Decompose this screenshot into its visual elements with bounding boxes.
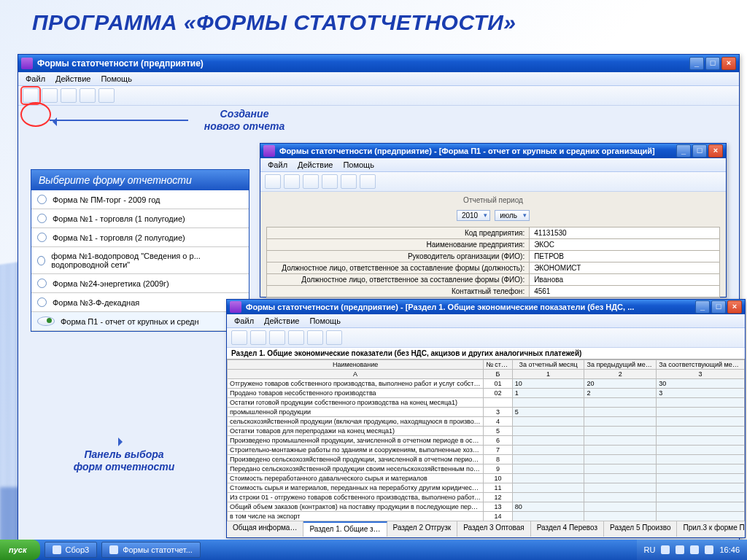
tab[interactable]: Раздел 5 Произво bbox=[604, 521, 677, 537]
cell-value[interactable] bbox=[657, 446, 745, 455]
cell-value[interactable] bbox=[584, 417, 657, 427]
tab[interactable]: Раздел 2 Отгрузк bbox=[387, 521, 458, 537]
menu-file[interactable]: Файл bbox=[234, 316, 254, 325]
new-report-button[interactable] bbox=[23, 88, 39, 103]
form-option[interactable]: Форма №3-Ф-декадная bbox=[31, 293, 249, 312]
tray-icon[interactable] bbox=[705, 545, 713, 554]
cell-value[interactable]: 80 bbox=[512, 502, 584, 512]
cell-value[interactable] bbox=[512, 474, 584, 483]
cell-value[interactable]: 10 bbox=[512, 379, 584, 389]
clock[interactable]: 16:46 bbox=[719, 545, 740, 554]
toolbar-button[interactable] bbox=[284, 174, 300, 189]
close-button[interactable]: × bbox=[708, 144, 723, 158]
cell-value[interactable] bbox=[657, 436, 745, 446]
maximize-button[interactable]: □ bbox=[711, 300, 726, 314]
month-select[interactable]: июль bbox=[495, 210, 530, 221]
cell-value[interactable] bbox=[512, 427, 584, 436]
cell-value[interactable] bbox=[657, 474, 745, 483]
menu-action[interactable]: Действие bbox=[298, 160, 333, 169]
field-value[interactable]: ЭКОС bbox=[530, 239, 720, 251]
section1-titlebar[interactable]: Формы статотчетности (предприятие) - [Ра… bbox=[227, 300, 745, 314]
cell-value[interactable] bbox=[512, 464, 584, 474]
form-option[interactable]: Форма П1 - отчет от крупных и средн bbox=[31, 312, 249, 331]
cell-value[interactable] bbox=[512, 417, 584, 427]
tab[interactable]: Раздел 1. Общие з… bbox=[303, 521, 387, 537]
toolbar-button[interactable] bbox=[360, 174, 376, 189]
form-option[interactable]: Форма №1 - торговля (2 полугодие) bbox=[31, 228, 249, 247]
form-option[interactable]: Форма №1 - торговля (1 полугодие) bbox=[31, 209, 249, 228]
cell-value[interactable] bbox=[584, 398, 657, 408]
field-value[interactable]: ПЕТРОВ bbox=[530, 251, 720, 262]
toolbar-button[interactable] bbox=[322, 174, 338, 189]
cell-value[interactable] bbox=[584, 512, 657, 521]
cell-value[interactable] bbox=[657, 398, 745, 408]
cell-value[interactable] bbox=[512, 493, 584, 502]
tray-icon[interactable] bbox=[690, 545, 699, 554]
cell-value[interactable] bbox=[512, 512, 584, 521]
cell-value[interactable] bbox=[512, 483, 584, 493]
cell-value[interactable] bbox=[657, 483, 745, 493]
form-option[interactable]: Форма №24-энергетика (2009г) bbox=[31, 274, 249, 293]
toolbar-button[interactable] bbox=[269, 330, 285, 345]
tray-icon[interactable] bbox=[676, 545, 684, 554]
tab[interactable]: Общая информа… bbox=[227, 521, 303, 537]
tab[interactable]: Прил.3 к форме П bbox=[677, 521, 745, 537]
taskbar-task-2[interactable]: Формы статотчет... bbox=[101, 542, 201, 558]
year-select[interactable]: 2010 bbox=[457, 210, 490, 221]
toolbar-button[interactable] bbox=[250, 330, 266, 345]
toolbar-button-5[interactable] bbox=[98, 88, 115, 103]
tab[interactable]: Раздел 4 Перевоз bbox=[531, 521, 604, 537]
cell-value[interactable] bbox=[657, 512, 745, 521]
field-value[interactable]: 4561 bbox=[530, 286, 720, 298]
cell-value[interactable] bbox=[584, 455, 657, 464]
cell-value[interactable] bbox=[584, 436, 657, 446]
cell-value[interactable] bbox=[584, 427, 657, 436]
field-value[interactable]: ЭКОНОМИСТ bbox=[530, 262, 720, 274]
cell-value[interactable]: 2 bbox=[584, 389, 657, 398]
form-option[interactable]: форма №1-водопровод "Сведения о р... вод… bbox=[31, 247, 249, 274]
minimize-button[interactable]: _ bbox=[676, 144, 691, 158]
toolbar-button[interactable] bbox=[231, 330, 247, 345]
field-value[interactable]: Иванова bbox=[530, 274, 720, 286]
field-value[interactable]: 41131530 bbox=[530, 228, 720, 239]
minimize-button[interactable]: _ bbox=[695, 300, 710, 314]
menu-file[interactable]: Файл bbox=[26, 74, 45, 83]
cell-value[interactable] bbox=[657, 427, 745, 436]
cell-value[interactable] bbox=[657, 417, 745, 427]
main-titlebar[interactable]: Формы статотчетности (предприятие) _ □ × bbox=[18, 55, 739, 72]
cell-value[interactable]: 30 bbox=[657, 379, 745, 389]
lang-indicator[interactable]: RU bbox=[644, 545, 656, 554]
cell-value[interactable] bbox=[512, 398, 584, 408]
cell-value[interactable]: 1 bbox=[512, 389, 584, 398]
cell-value[interactable]: 3 bbox=[657, 389, 745, 398]
start-button[interactable]: пуск bbox=[0, 540, 40, 560]
maximize-button[interactable]: □ bbox=[705, 57, 720, 70]
cell-value[interactable] bbox=[512, 455, 584, 464]
form-p1-titlebar[interactable]: Формы статотчетности (предприятие) - [Фо… bbox=[260, 144, 726, 158]
menu-help[interactable]: Помощь bbox=[101, 74, 132, 83]
close-button[interactable]: × bbox=[727, 300, 742, 314]
cell-value[interactable] bbox=[584, 446, 657, 455]
toolbar-button[interactable] bbox=[307, 330, 323, 345]
cell-value[interactable] bbox=[657, 502, 745, 512]
cell-value[interactable] bbox=[657, 408, 745, 417]
menu-help[interactable]: Помощь bbox=[309, 316, 341, 325]
toolbar-button-4[interactable] bbox=[80, 88, 96, 103]
cell-value[interactable] bbox=[657, 464, 745, 474]
cell-value[interactable]: 5 bbox=[512, 408, 584, 417]
toolbar-button-3[interactable] bbox=[61, 88, 77, 103]
cell-value[interactable] bbox=[584, 464, 657, 474]
cell-value[interactable] bbox=[584, 474, 657, 483]
tray-icon[interactable] bbox=[661, 545, 670, 554]
menu-help[interactable]: Помощь bbox=[343, 160, 374, 169]
cell-value[interactable] bbox=[512, 436, 584, 446]
toolbar-button[interactable] bbox=[326, 330, 342, 345]
minimize-button[interactable]: _ bbox=[689, 57, 704, 70]
toolbar-button[interactable] bbox=[288, 330, 304, 345]
menu-action[interactable]: Действие bbox=[55, 74, 90, 83]
menu-file[interactable]: Файл bbox=[268, 160, 287, 169]
cell-value[interactable]: 20 bbox=[584, 379, 657, 389]
tab[interactable]: Раздел 3 Оптовая bbox=[457, 521, 531, 537]
cell-value[interactable] bbox=[512, 446, 584, 455]
toolbar-button-2[interactable] bbox=[42, 88, 58, 103]
